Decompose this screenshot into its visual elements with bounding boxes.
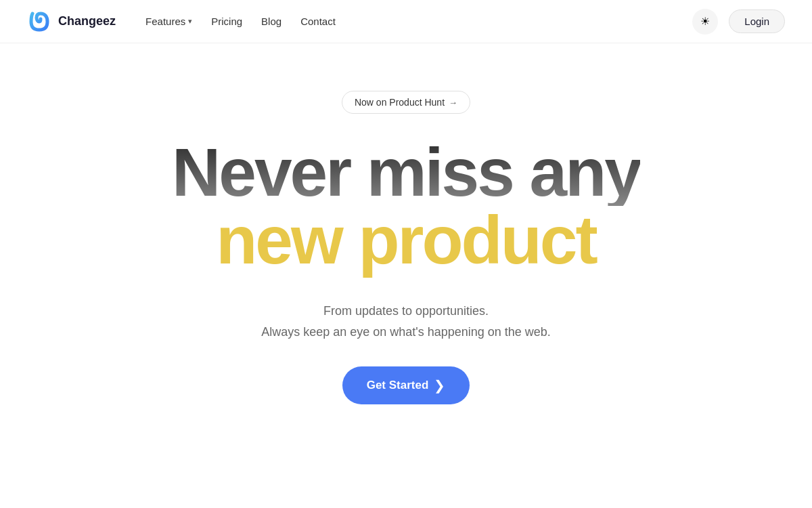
login-button[interactable]: Login [729,9,785,33]
badge-arrow-icon: → [449,98,457,108]
hero-subtitle-line2: Always keep an eye on what's happening o… [261,325,551,339]
theme-toggle-button[interactable]: ☀ [692,9,718,35]
nav-pricing[interactable]: Pricing [203,12,250,31]
chevron-down-icon: ▾ [188,17,192,26]
hero-title-line2: new product [172,206,640,274]
nav-features[interactable]: Features ▾ [137,12,200,31]
hero-subtitle-line1: From updates to opportunities. [323,304,489,318]
hero-title-line1: Never miss any [172,138,640,206]
nav-left: Changeez Features ▾ Pricing Blog Contact [27,9,344,34]
logo-icon [27,9,51,34]
cta-label: Get Started [367,379,429,392]
navbar: Changeez Features ▾ Pricing Blog Contact… [0,0,812,43]
nav-right: ☀ Login [692,9,785,35]
nav-blog[interactable]: Blog [253,12,290,31]
nav-contact[interactable]: Contact [292,12,344,31]
hero-section: Now on Product Hunt → Never miss any new… [0,43,812,404]
badge-text: Now on Product Hunt [355,97,445,108]
hero-subtitle: From updates to opportunities. Always ke… [261,301,551,342]
hero-title: Never miss any new product [172,138,640,301]
sun-icon: ☀ [700,15,710,28]
product-hunt-badge[interactable]: Now on Product Hunt → [342,91,470,114]
cta-arrow-icon: ❯ [434,377,445,394]
logo[interactable]: Changeez [27,9,116,34]
logo-text: Changeez [58,14,116,28]
nav-links: Features ▾ Pricing Blog Contact [137,12,344,31]
get-started-button[interactable]: Get Started ❯ [342,366,470,404]
